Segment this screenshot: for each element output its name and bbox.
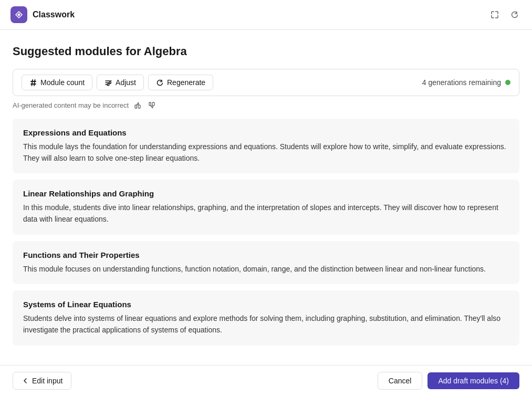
thumbs-up-button[interactable] [133, 100, 143, 110]
app-header: Classwork [0, 0, 532, 30]
svg-point-0 [109, 81, 111, 84]
module-description: This module focuses on understanding fun… [23, 264, 509, 275]
app-title: Classwork [33, 10, 75, 19]
module-card: Linear Relationships and GraphingIn this… [13, 180, 519, 234]
toolbar-right: 4 generations remaining [422, 78, 510, 87]
module-title: Expressions and Equations [23, 128, 509, 137]
hash-icon [29, 79, 37, 87]
toolbar: Module count Adjust Regenerate 4 generat… [13, 69, 519, 96]
regenerate-button[interactable]: Regenerate [148, 75, 213, 90]
generations-remaining: 4 generations remaining [422, 78, 501, 87]
regenerate-label: Regenerate [167, 78, 205, 87]
cancel-button[interactable]: Cancel [378, 372, 423, 390]
module-title: Functions and Their Properties [23, 251, 509, 259]
status-indicator [505, 80, 510, 85]
refresh-button[interactable] [508, 8, 521, 22]
thumbs-up-icon [134, 101, 142, 109]
regenerate-icon [156, 79, 164, 87]
edit-input-label: Edit input [32, 377, 62, 385]
module-card: Systems of Linear EquationsStudents delv… [13, 290, 519, 345]
adjust-label: Adjust [116, 78, 136, 87]
expand-button[interactable] [488, 8, 502, 22]
thumbs-down-button[interactable] [147, 100, 157, 110]
svg-point-1 [107, 84, 109, 86]
thumbs-down-icon [148, 101, 156, 109]
footer-right: Cancel Add draft modules (4) [378, 372, 519, 390]
svg-rect-2 [138, 105, 140, 108]
module-card: Functions and Their PropertiesThis modul… [13, 241, 519, 285]
ai-notice-text: AI-generated content may be incorrect [13, 101, 129, 109]
module-description: In this module, students dive into linea… [23, 202, 509, 225]
page-title: Suggested modules for Algebra [13, 45, 519, 58]
modules-list: Expressions and EquationsThis module lay… [13, 119, 519, 346]
module-description: Students delve into systems of linear eq… [23, 313, 509, 336]
header-actions [488, 8, 521, 22]
toolbar-left: Module count Adjust Regenerate [22, 75, 213, 90]
main-content: Suggested modules for Algebra Module cou… [0, 30, 532, 365]
app-logo [11, 6, 27, 23]
ai-notice: AI-generated content may be incorrect [13, 100, 519, 110]
svg-rect-3 [152, 102, 154, 106]
header-left: Classwork [11, 6, 75, 23]
module-card: Expressions and EquationsThis module lay… [13, 119, 519, 173]
footer: Edit input Cancel Add draft modules (4) [0, 365, 532, 396]
module-count-label: Module count [40, 78, 85, 87]
module-title: Linear Relationships and Graphing [23, 189, 509, 198]
module-count-button[interactable]: Module count [22, 75, 92, 90]
edit-input-button[interactable]: Edit input [13, 372, 71, 390]
module-title: Systems of Linear Equations [23, 300, 509, 309]
adjust-icon [105, 79, 112, 87]
module-description: This module lays the foundation for unde… [23, 141, 509, 164]
add-draft-button[interactable]: Add draft modules (4) [427, 372, 519, 389]
chevron-left-icon [22, 377, 29, 384]
adjust-button[interactable]: Adjust [97, 75, 144, 90]
